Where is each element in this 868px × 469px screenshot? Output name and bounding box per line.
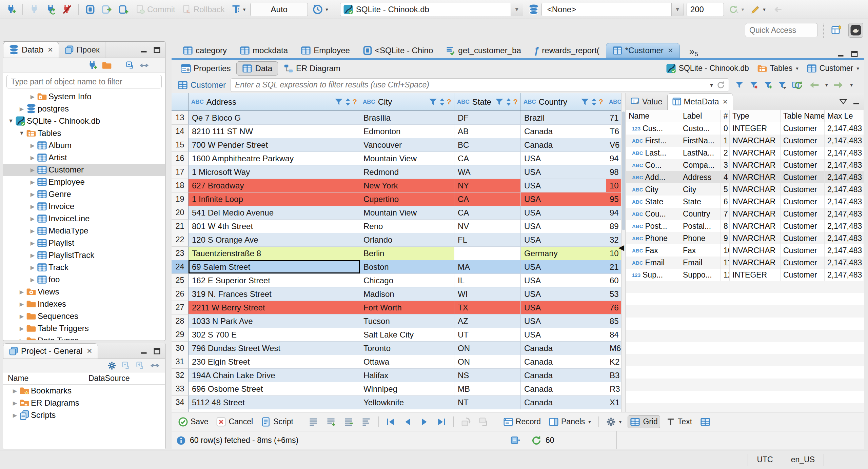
grid-cell-country[interactable]: USA <box>521 152 606 165</box>
metadata-column-header-maxle[interactable]: Max Le <box>825 110 864 122</box>
tab-er-diagram[interactable]: ER Diagram <box>278 61 346 76</box>
metadata-row-state[interactable]: ABCStateState6NVARCHARCustomer2,147,483 <box>626 196 864 208</box>
grid-cell-address[interactable]: Tauentzienstraße 8 <box>189 247 360 260</box>
scrollbar-thumb[interactable] <box>622 111 625 230</box>
row-number-cell[interactable]: 17 <box>172 165 189 179</box>
editor-tab--sqlite-chino[interactable]: <SQLite - Chino <box>356 43 439 58</box>
tree-item-mediatype[interactable]: ▶MediaType <box>3 225 165 237</box>
expand-expander-icon[interactable]: ▶ <box>28 191 37 198</box>
editor-tab-rewards-report-[interactable]: ƒrewards_report( <box>528 43 606 58</box>
grid-cell-address[interactable]: 1600 Amphitheatre Parkway <box>189 152 360 165</box>
grid-cell-address[interactable]: Qe 7 Bloco G <box>189 111 360 125</box>
collapse-all-icon[interactable] <box>122 361 131 370</box>
row-number-cell[interactable]: 21 <box>172 220 189 233</box>
expand-expander-icon[interactable]: ▶ <box>28 142 37 149</box>
breadcrumb-tables[interactable]: Tables▾ <box>757 63 798 74</box>
grid-cell-state[interactable]: DF <box>454 111 521 125</box>
metadata-row-firstna[interactable]: ABCFirst...FirstNa...1NVARCHARCustomer2,… <box>626 135 864 147</box>
tab-projects[interactable]: Проек <box>59 42 105 58</box>
grid-cell-country[interactable]: Germany <box>521 247 606 260</box>
tree-item-employee[interactable]: ▶Employee <box>3 176 165 188</box>
grid-cell-country[interactable]: USA <box>521 260 606 274</box>
transaction-auto-combo[interactable]: Auto <box>250 3 308 16</box>
fetch-all-rows-button[interactable] <box>324 416 338 428</box>
grid-cell-state[interactable] <box>454 247 521 260</box>
column-header-address[interactable]: ABCAddress? <box>189 93 360 110</box>
gear-icon[interactable] <box>107 361 116 370</box>
tree-item-album[interactable]: ▶Album <box>3 139 165 151</box>
tab-value-viewer[interactable]: Value <box>626 93 667 110</box>
project-item-scripts[interactable]: ▶Scripts <box>3 409 165 421</box>
tree-item-customer[interactable]: ▶Customer <box>3 164 165 176</box>
tree-item-sequences[interactable]: ▶Sequences <box>3 310 165 322</box>
grid-cell-city[interactable]: Yellowknife <box>360 396 454 409</box>
tree-item-system-info[interactable]: ▶System Info <box>3 90 165 103</box>
grid-view-button[interactable]: Grid <box>628 415 660 428</box>
expand-expander-icon[interactable]: ▶ <box>28 264 37 271</box>
editor-tab--customer[interactable]: *Customer✕ <box>606 43 680 58</box>
row-number-cell[interactable]: 26 <box>172 287 189 301</box>
close-icon[interactable]: ✕ <box>47 46 53 54</box>
browse-row-button[interactable] <box>477 416 490 428</box>
datasource-dropdown-button[interactable]: ▼ <box>511 3 523 16</box>
column-help-icon[interactable]: ? <box>599 98 603 106</box>
editor-tab-mockdata[interactable]: mockdata <box>233 43 294 58</box>
metadata-column-header-type[interactable]: Type <box>730 110 781 122</box>
row-number-cell[interactable]: 14 <box>172 125 189 138</box>
tree-item-table-triggers[interactable]: ▶Table Triggers <box>3 322 165 334</box>
grid-cell-address[interactable]: 162 E Superior Street <box>189 274 360 287</box>
schema-combo[interactable]: <None> ▼ <box>541 3 684 16</box>
expand-expander-icon[interactable]: ▶ <box>28 216 37 222</box>
grid-cell-state[interactable]: IL <box>454 274 521 287</box>
grid-cell-country[interactable]: USA <box>521 274 606 287</box>
grid-cell-postal[interactable]: 94 <box>606 152 621 165</box>
grid-cell-state[interactable]: CA <box>454 206 521 220</box>
row-number-cell[interactable]: 15 <box>172 138 189 152</box>
row-number-cell[interactable]: 24 <box>172 260 189 274</box>
tree-item-postgres[interactable]: ▶postgres <box>3 103 165 115</box>
value-panel-button[interactable] <box>698 416 712 428</box>
grid-cell-postal[interactable]: 94 <box>606 206 621 220</box>
quick-access-input[interactable] <box>745 23 818 37</box>
grid-cell-city[interactable]: New York <box>360 179 454 192</box>
row-number-cell[interactable]: 28 <box>172 314 189 328</box>
grid-cell-state[interactable]: CA <box>454 192 521 206</box>
record-mode-button[interactable]: Record <box>501 416 543 428</box>
grid-cell-postal[interactable]: 85 <box>606 314 621 328</box>
transaction-mode-button[interactable]: ▾ <box>230 4 248 15</box>
undo-navigation-button[interactable] <box>770 4 785 15</box>
grid-cell-address[interactable]: 1033 N Park Ave <box>189 314 360 328</box>
grid-cell-country[interactable]: USA <box>521 179 606 192</box>
grid-cell-country[interactable]: USA <box>521 206 606 220</box>
nav-forward-icon[interactable] <box>833 81 844 89</box>
row-number-cell[interactable]: 30 <box>172 342 189 355</box>
tree-item-views[interactable]: ▶Views <box>3 286 165 298</box>
grid-cell-state[interactable]: UT <box>454 328 521 342</box>
grid-cell-state[interactable]: MA <box>454 260 521 274</box>
expand-expander-icon[interactable]: ▶ <box>17 338 26 340</box>
metadata-column-header-label[interactable]: Label <box>680 110 721 122</box>
collapse-expander-icon[interactable]: ▼ <box>17 130 26 136</box>
grid-cell-city[interactable]: Salt Lake City <box>360 328 454 342</box>
grid-cell-country[interactable]: Brazil <box>521 111 606 125</box>
grid-cell-address[interactable]: 696 Osborne Street <box>189 382 360 396</box>
grid-cell-address[interactable]: 627 Broadway <box>189 179 360 192</box>
tab-metadata[interactable]: MetaData ✕ <box>667 93 733 110</box>
row-number-cell[interactable]: 23 <box>172 247 189 260</box>
row-number-cell[interactable]: 32 <box>172 369 189 382</box>
tree-item-tables[interactable]: ▼Tables <box>3 127 165 139</box>
filter-funnel-icon[interactable] <box>580 98 589 106</box>
grid-cell-country[interactable]: USA <box>521 165 606 179</box>
link-with-editor-icon[interactable] <box>139 61 149 69</box>
grid-cell-postal[interactable]: 60 <box>606 274 621 287</box>
editor-tab-get-customer-ba[interactable]: get_customer_ba <box>439 43 527 58</box>
row-number-cell[interactable]: 16 <box>172 152 189 165</box>
column-header-city[interactable]: ABCCity? <box>360 93 454 110</box>
grid-cell-country[interactable]: Canada <box>521 369 606 382</box>
expand-expander-icon[interactable]: ▶ <box>28 155 37 161</box>
last-row-button[interactable] <box>435 416 448 428</box>
grid-cell-postal[interactable]: V6 <box>606 138 621 152</box>
collapse-all-icon[interactable] <box>126 61 135 70</box>
grid-cell-city[interactable]: Madison <box>360 287 454 301</box>
grid-cell-country[interactable]: USA <box>521 314 606 328</box>
